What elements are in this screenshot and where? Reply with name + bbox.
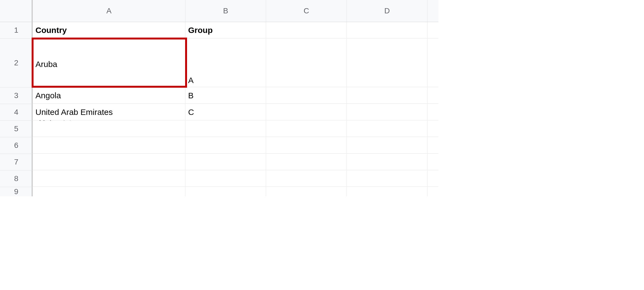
cell-D8[interactable] <box>347 170 428 187</box>
cell-B4[interactable]: C <box>185 104 266 120</box>
cell-B6[interactable] <box>185 137 266 154</box>
cell-B9[interactable] <box>185 187 266 196</box>
cell-edge-3 <box>428 87 438 104</box>
cell-B3[interactable]: B <box>185 87 266 104</box>
cell-edge-9 <box>428 187 438 196</box>
row-header-2[interactable]: 2 <box>0 39 33 87</box>
cell-C5[interactable] <box>266 121 347 137</box>
column-header-A[interactable]: A <box>33 0 185 22</box>
cell-edge-1 <box>428 22 438 38</box>
cell-B2[interactable]: A <box>185 39 266 87</box>
cell-B5[interactable] <box>185 121 266 137</box>
cell-D6[interactable] <box>347 137 428 154</box>
cell-A9[interactable] <box>33 187 185 196</box>
cell-A7[interactable] <box>33 154 185 170</box>
cell-edge-8 <box>428 170 438 187</box>
cell-C8[interactable] <box>266 170 347 187</box>
cell-A2[interactable]: Aruba Africa Eastern and Southern Afghan… <box>33 39 185 87</box>
cell-A2-line1: Aruba <box>35 59 182 69</box>
cell-A6[interactable] <box>33 137 185 154</box>
column-header-edge <box>428 0 438 22</box>
select-all-corner[interactable] <box>0 0 33 22</box>
row-header-5[interactable]: 5 <box>0 121 33 137</box>
cell-C1[interactable] <box>266 22 347 38</box>
cell-D1[interactable] <box>347 22 428 38</box>
cell-A3[interactable]: Angola <box>33 87 185 104</box>
row-header-3[interactable]: 3 <box>0 87 33 104</box>
row-header-1[interactable]: 1 <box>0 22 33 39</box>
column-header-D[interactable]: D <box>347 0 428 22</box>
row-header-4[interactable]: 4 <box>0 104 33 121</box>
cell-C9[interactable] <box>266 187 347 196</box>
cell-C2[interactable] <box>266 39 347 87</box>
cell-C7[interactable] <box>266 154 347 170</box>
row-header-6[interactable]: 6 <box>0 137 33 154</box>
cell-D4[interactable] <box>347 104 428 120</box>
cell-edge-7 <box>428 154 438 170</box>
cell-edge-6 <box>428 137 438 154</box>
cell-A5[interactable] <box>33 121 185 137</box>
cell-D2[interactable] <box>347 39 428 87</box>
cell-D3[interactable] <box>347 87 428 104</box>
row-header-8[interactable]: 8 <box>0 170 33 187</box>
cell-D7[interactable] <box>347 154 428 170</box>
cell-A4[interactable]: United Arab Emirates <box>33 104 185 120</box>
cell-C3[interactable] <box>266 87 347 104</box>
cell-B8[interactable] <box>185 170 266 187</box>
cell-D9[interactable] <box>347 187 428 196</box>
cell-edge-5 <box>428 121 438 137</box>
cell-D5[interactable] <box>347 121 428 137</box>
spreadsheet-grid[interactable]: A B C D 1 Country Group 2 Aruba Africa E… <box>0 0 644 196</box>
cell-edge-4 <box>428 104 438 120</box>
cell-B7[interactable] <box>185 154 266 170</box>
cell-C6[interactable] <box>266 137 347 154</box>
cell-edge-2 <box>428 39 438 87</box>
column-header-C[interactable]: C <box>266 0 347 22</box>
column-header-B[interactable]: B <box>185 0 266 22</box>
cell-C4[interactable] <box>266 104 347 120</box>
row-header-9[interactable]: 9 <box>0 187 33 196</box>
cell-B1[interactable]: Group <box>185 22 266 38</box>
cell-A8[interactable] <box>33 170 185 187</box>
cell-A1[interactable]: Country <box>33 22 185 38</box>
row-header-7[interactable]: 7 <box>0 154 33 170</box>
